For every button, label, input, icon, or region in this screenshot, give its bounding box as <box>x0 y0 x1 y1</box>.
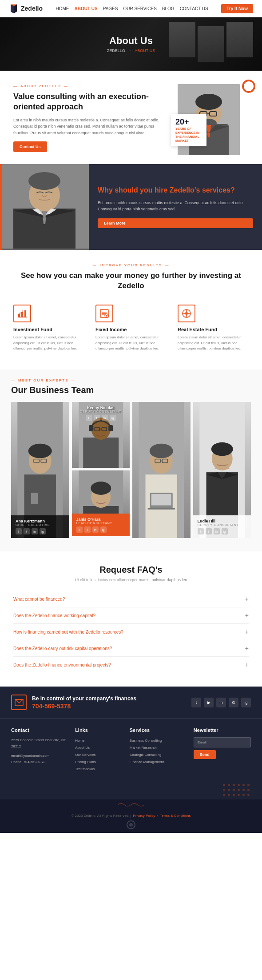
footer-service-strategic[interactable]: Strategic Consulting <box>130 751 187 759</box>
footer-link-about[interactable]: About Us <box>75 744 123 751</box>
ludie-instagram-icon[interactable]: ig <box>222 528 228 534</box>
nav-about[interactable]: ABOUT US <box>75 6 98 11</box>
footer-contact-address: 2279 Concord Street Charlotte, NC 28212 <box>11 737 68 749</box>
ludie-twitter-icon[interactable]: t <box>206 528 212 534</box>
faq-toggle-4[interactable]: + <box>245 645 249 652</box>
footer-link-home[interactable]: Home <box>75 737 123 744</box>
janis-twitter-icon[interactable]: t <box>84 526 91 533</box>
contact-us-button[interactable]: Contact Us <box>13 141 47 152</box>
footer-contact-title: Contact <box>11 727 68 733</box>
kenny-info: Kenny Nicolas DEPUTY CONSULTANT f t in i… <box>72 406 130 421</box>
footer-newsletter-title: Newsletter <box>194 727 251 733</box>
janis-role: LEAD CONSULTANT <box>76 522 126 525</box>
faq-item-5[interactable]: Does the Zedello finance environmental p… <box>13 657 249 673</box>
nav-pages[interactable]: PAGES <box>103 6 118 11</box>
team-label: MEET OUR EXPERTS <box>11 378 251 382</box>
footer-youtube-icon[interactable]: ▶ <box>204 698 214 707</box>
footer-link-pricing[interactable]: Pricing Plans <box>75 759 123 766</box>
ana-instagram-icon[interactable]: ig <box>40 528 46 534</box>
nav-cta-button[interactable]: Try It Now <box>221 4 253 13</box>
kenny-twitter-icon[interactable]: t <box>94 415 100 421</box>
about-image-container: 20+ YEARS OF EXPERIENCE IN THE FINANCIAL… <box>178 84 249 155</box>
footer-logo-circle <box>11 820 251 829</box>
team-member-kenny: Kenny Nicolas DEPUTY CONSULTANT f t in i… <box>72 402 130 468</box>
footer-privacy-link[interactable]: Privacy Policy <box>133 814 155 818</box>
logo[interactable]: Zedello <box>9 4 43 13</box>
kenny-name: Kenny Nicolas <box>76 406 126 410</box>
why-section: Why should you hire Zedello's services? … <box>0 164 262 250</box>
faq-item-2[interactable]: Does the Zedello finance working capital… <box>13 607 249 624</box>
kenny-linkedin-icon[interactable]: in <box>102 415 108 421</box>
janis-facebook-icon[interactable]: f <box>76 526 83 533</box>
faq-toggle-1[interactable]: + <box>245 595 249 602</box>
services-heading: See how you can make your money go furth… <box>11 271 251 291</box>
ludie-name: Ludie Hill <box>198 519 247 523</box>
service-card-investment: Investment Fund Lorem ipsum dolor sit am… <box>11 300 87 356</box>
ana-facebook-icon[interactable]: f <box>16 528 22 534</box>
footer-terms-link[interactable]: Terms & Conditions <box>160 814 191 818</box>
footer-service-finance[interactable]: Finance Management <box>130 759 187 766</box>
faq-item-1[interactable]: What cannot be financed? + <box>13 591 249 607</box>
nav-blog[interactable]: BLOG <box>162 6 175 11</box>
janis-instagram-icon[interactable]: ig <box>100 526 107 533</box>
footer-instagram-icon[interactable]: ig <box>241 698 251 707</box>
nav-contact[interactable]: CONTACT US <box>180 6 208 11</box>
footer-google-icon[interactable]: G <box>229 698 238 707</box>
footer-bottom: © 2023 Zedello. All Rights Reserved. | P… <box>0 810 262 833</box>
hero-breadcrumb: ZEDELLO → ABOUT US <box>107 48 155 53</box>
ludie-info: Ludie Hill DEPUTY CONSULTANT f t in ig <box>193 515 251 538</box>
footer-cta-text-block: Be in control of your company's finances… <box>32 695 136 710</box>
why-heading: Why should you hire Zedello's services? <box>98 186 253 195</box>
faq-toggle-5[interactable]: + <box>245 661 249 668</box>
footer-service-consulting[interactable]: Business Consulting <box>130 737 187 744</box>
ludie-linkedin-icon[interactable]: in <box>214 528 220 534</box>
kenny-role: DEPUTY CONSULTANT <box>76 410 126 413</box>
faq-toggle-3[interactable]: + <box>245 628 249 635</box>
footer-dots-decoration <box>0 782 262 799</box>
svg-rect-68 <box>151 494 171 506</box>
ana-twitter-icon[interactable]: t <box>24 528 30 534</box>
faq-subtext: Ut elit tellus, luctus nec ullamcorper m… <box>13 578 249 582</box>
ana-name: Ana Kertzmann <box>16 519 65 523</box>
newsletter-email-input[interactable] <box>194 737 251 747</box>
footer-service-research[interactable]: Market Research <box>130 744 187 751</box>
ludie-role: DEPUTY CONSULTANT <box>198 523 247 526</box>
nav-home[interactable]: HOME <box>56 6 69 11</box>
svg-point-58 <box>91 482 111 495</box>
team-member-ludie: Ludie Hill DEPUTY CONSULTANT f t in ig <box>193 402 251 538</box>
janis-info: Janis O'Hara LEAD CONSULTANT f t in ig <box>72 514 130 536</box>
ludie-social: f t in ig <box>198 528 247 534</box>
services-label: IMPROVE YOUR RESULTS <box>11 263 251 267</box>
footer-newsletter-col: Newsletter Send <box>194 727 251 773</box>
faq-item-4[interactable]: Does the Zedello carry out risk capital … <box>13 640 249 657</box>
footer-link-services[interactable]: Our Services <box>75 751 123 759</box>
footer-twitter-icon[interactable]: t <box>191 698 201 707</box>
newsletter-send-button[interactable]: Send <box>194 750 216 759</box>
footer-copyright: © 2023 Zedello. All Rights Reserved. | <box>71 814 131 818</box>
footer-contact-col: Contact 2279 Concord Street Charlotte, N… <box>11 727 68 773</box>
footer-link-testimonials[interactable]: Testimonials <box>75 766 123 773</box>
fixed-income-icon <box>95 305 113 322</box>
faq-heading: Request FAQ's <box>13 565 249 575</box>
service-2-title: Fixed Income <box>95 327 167 332</box>
ana-role: CHIEF EXECUTIVE <box>16 523 65 526</box>
about-image-area: 20+ YEARS OF EXPERIENCE IN THE FINANCIAL… <box>178 84 249 155</box>
nav-services[interactable]: OUR SERVICES <box>123 6 156 11</box>
about-badge-number: 20+ <box>175 117 202 127</box>
team-col-2: Kenny Nicolas DEPUTY CONSULTANT f t in i… <box>72 402 130 538</box>
learn-more-button[interactable]: Learn More <box>98 218 253 228</box>
footer-linkedin-icon[interactable]: in <box>216 698 226 707</box>
kenny-facebook-icon[interactable]: f <box>86 415 92 421</box>
team-heading: Our Business Team <box>11 385 251 395</box>
service-card-fixed-income: Fixed Income Lorem ipsum dolor sit amet,… <box>93 300 169 356</box>
about-badge-description: YEARS OF EXPERIENCE IN THE FINANCIAL MAR… <box>175 127 202 143</box>
kenny-instagram-icon[interactable]: ig <box>110 415 116 421</box>
faq-question-5: Does the Zedello finance environmental p… <box>13 663 111 667</box>
ludie-facebook-icon[interactable]: f <box>198 528 204 534</box>
faq-toggle-2[interactable]: + <box>245 612 249 619</box>
footer-cta-social: t ▶ in G ig <box>191 698 251 707</box>
faq-item-3[interactable]: How is financing carried out with the Ze… <box>13 624 249 640</box>
janis-linkedin-icon[interactable]: in <box>92 526 99 533</box>
ana-linkedin-icon[interactable]: in <box>32 528 38 534</box>
services-section: IMPROVE YOUR RESULTS See how you can mak… <box>0 250 262 370</box>
